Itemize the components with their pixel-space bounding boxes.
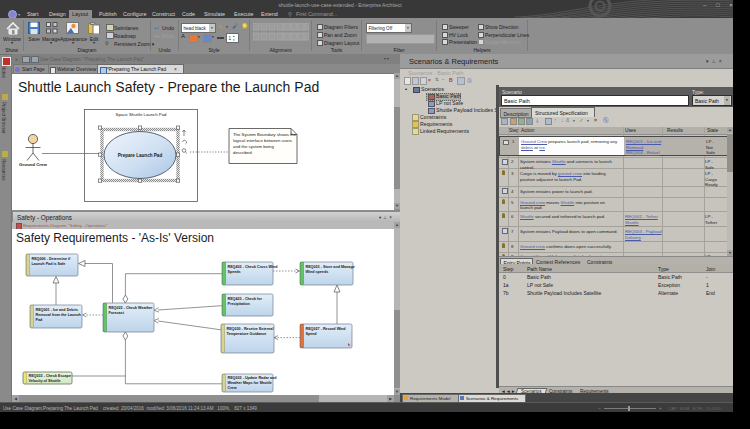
svg-text:Space Shuttle Launch Pad: Space Shuttle Launch Pad bbox=[116, 112, 167, 117]
svg-text:Pad: Pad bbox=[36, 317, 44, 321]
svg-text:REQ033 - Check Escape: REQ033 - Check Escape bbox=[29, 374, 71, 378]
svg-text:REQ432 - Check Cross Wind: REQ432 - Check Cross Wind bbox=[228, 264, 279, 268]
svg-text:Wind speeds: Wind speeds bbox=[306, 269, 329, 273]
svg-text:Removal from the Launch: Removal from the Launch bbox=[36, 312, 82, 316]
svg-text:REQ006 - Determine if: REQ006 - Determine if bbox=[32, 256, 72, 260]
svg-text:Forecast: Forecast bbox=[109, 310, 125, 314]
svg-text:Speeds: Speeds bbox=[228, 269, 241, 273]
svg-text:Speed: Speed bbox=[306, 331, 318, 335]
svg-text:REQ423 - Check for: REQ423 - Check for bbox=[228, 296, 263, 300]
svg-text:Velocity of Shuttle: Velocity of Shuttle bbox=[29, 379, 61, 383]
svg-text:REQ022 - Check Weather: REQ022 - Check Weather bbox=[109, 305, 154, 309]
svg-text:Weather Maps for Shuttle: Weather Maps for Shuttle bbox=[228, 381, 272, 385]
svg-text:REQ023 - Store and Manage: REQ023 - Store and Manage bbox=[306, 264, 355, 268]
svg-text:REQ032 - Update Radar and: REQ032 - Update Radar and bbox=[228, 376, 278, 380]
svg-text:REQ001 - Ice and Debris: REQ001 - Ice and Debris bbox=[36, 307, 79, 311]
svg-text:Ground Crew: Ground Crew bbox=[19, 162, 47, 167]
svg-text:Launch Pad is Safe: Launch Pad is Safe bbox=[32, 261, 66, 265]
svg-text:Precipitation: Precipitation bbox=[228, 301, 251, 305]
svg-text:REQ030 - Receive External: REQ030 - Receive External bbox=[227, 326, 274, 330]
svg-text:Temperature Guidance: Temperature Guidance bbox=[227, 331, 267, 335]
svg-text:REQ027 - Record Wind: REQ027 - Record Wind bbox=[306, 326, 347, 330]
svg-text:Prepare Launch Pad: Prepare Launch Pad bbox=[118, 153, 163, 158]
svg-text:Crew: Crew bbox=[228, 386, 237, 390]
